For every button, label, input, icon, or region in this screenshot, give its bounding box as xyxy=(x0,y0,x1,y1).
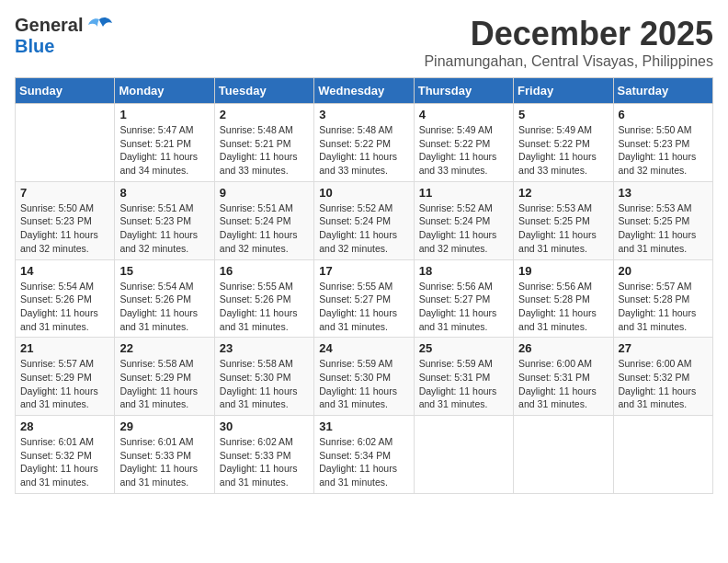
daylight-text: Daylight: 11 hours and 31 minutes. xyxy=(319,307,397,332)
day-number: 3 xyxy=(319,108,408,121)
sunrise-text: Sunrise: 5:56 AM xyxy=(518,281,592,292)
day-number: 15 xyxy=(119,264,209,278)
day-number: 20 xyxy=(619,264,708,278)
daylight-text: Daylight: 11 hours and 31 minutes. xyxy=(119,307,198,332)
sunset-text: Sunset: 5:30 PM xyxy=(319,372,391,383)
daylight-text: Daylight: 11 hours and 31 minutes. xyxy=(220,385,298,410)
sunrise-text: Sunrise: 5:50 AM xyxy=(619,124,692,135)
daylight-text: Daylight: 11 hours and 31 minutes. xyxy=(20,307,98,332)
table-row: 3 Sunrise: 5:48 AM Sunset: 5:22 PM Dayli… xyxy=(314,104,414,182)
day-number: 19 xyxy=(518,264,608,278)
table-row: 16 Sunrise: 5:55 AM Sunset: 5:26 PM Dayl… xyxy=(214,259,313,338)
sunrise-text: Sunrise: 5:52 AM xyxy=(419,202,493,213)
table-row: 5 Sunrise: 5:49 AM Sunset: 5:22 PM Dayli… xyxy=(514,104,613,182)
header-tuesday: Tuesday xyxy=(214,78,313,104)
day-number: 25 xyxy=(419,341,508,355)
day-number: 30 xyxy=(220,419,309,433)
sunset-text: Sunset: 5:30 PM xyxy=(220,372,291,383)
sunrise-text: Sunrise: 6:01 AM xyxy=(119,436,193,447)
sunset-text: Sunset: 5:27 PM xyxy=(419,293,491,304)
day-number: 1 xyxy=(119,108,209,121)
sunrise-text: Sunrise: 5:54 AM xyxy=(20,281,94,292)
daylight-text: Daylight: 11 hours and 32 minutes. xyxy=(220,229,298,254)
sunset-text: Sunset: 5:29 PM xyxy=(119,372,191,383)
sunrise-text: Sunrise: 5:50 AM xyxy=(20,202,94,213)
daylight-text: Daylight: 11 hours and 33 minutes. xyxy=(419,151,497,176)
day-number: 27 xyxy=(619,341,708,355)
daylight-text: Daylight: 11 hours and 32 minutes. xyxy=(119,229,198,254)
sunrise-text: Sunrise: 5:58 AM xyxy=(220,358,293,369)
sunrise-text: Sunrise: 5:55 AM xyxy=(319,281,392,292)
day-number: 4 xyxy=(419,108,508,121)
sunset-text: Sunset: 5:23 PM xyxy=(619,138,690,149)
day-number: 26 xyxy=(518,341,608,355)
day-number: 9 xyxy=(220,186,309,200)
table-row: 31 Sunrise: 6:02 AM Sunset: 5:34 PM Dayl… xyxy=(314,416,414,494)
daylight-text: Daylight: 11 hours and 31 minutes. xyxy=(518,229,597,254)
sunset-text: Sunset: 5:31 PM xyxy=(518,372,590,383)
sunset-text: Sunset: 5:25 PM xyxy=(619,215,690,226)
table-row xyxy=(414,416,513,494)
sunset-text: Sunset: 5:27 PM xyxy=(319,293,391,304)
daylight-text: Daylight: 11 hours and 31 minutes. xyxy=(20,463,98,488)
daylight-text: Daylight: 11 hours and 32 minutes. xyxy=(20,229,98,254)
sunrise-text: Sunrise: 5:57 AM xyxy=(619,281,692,292)
table-row: 10 Sunrise: 5:52 AM Sunset: 5:24 PM Dayl… xyxy=(314,181,414,259)
table-row: 12 Sunrise: 5:53 AM Sunset: 5:25 PM Dayl… xyxy=(514,181,613,259)
sunset-text: Sunset: 5:26 PM xyxy=(119,293,191,304)
table-row: 18 Sunrise: 5:56 AM Sunset: 5:27 PM Dayl… xyxy=(414,259,513,338)
table-row xyxy=(514,416,613,494)
daylight-text: Daylight: 11 hours and 33 minutes. xyxy=(220,151,298,176)
daylight-text: Daylight: 11 hours and 33 minutes. xyxy=(319,151,397,176)
month-title: December 2025 xyxy=(424,15,713,53)
table-row: 19 Sunrise: 5:56 AM Sunset: 5:28 PM Dayl… xyxy=(514,259,613,338)
sunrise-text: Sunrise: 6:00 AM xyxy=(619,358,692,369)
sunset-text: Sunset: 5:22 PM xyxy=(319,138,391,149)
day-number: 13 xyxy=(619,186,708,200)
sunrise-text: Sunrise: 6:01 AM xyxy=(20,436,94,447)
sunset-text: Sunset: 5:23 PM xyxy=(119,215,191,226)
sunset-text: Sunset: 5:22 PM xyxy=(419,138,491,149)
table-row: 6 Sunrise: 5:50 AM Sunset: 5:23 PM Dayli… xyxy=(613,104,712,182)
day-number: 12 xyxy=(518,186,608,200)
sunset-text: Sunset: 5:26 PM xyxy=(220,293,291,304)
day-number: 23 xyxy=(220,341,309,355)
sunset-text: Sunset: 5:34 PM xyxy=(319,450,391,461)
sunset-text: Sunset: 5:24 PM xyxy=(220,215,291,226)
daylight-text: Daylight: 11 hours and 31 minutes. xyxy=(119,385,198,410)
daylight-text: Daylight: 11 hours and 31 minutes. xyxy=(518,307,597,332)
table-row: 17 Sunrise: 5:55 AM Sunset: 5:27 PM Dayl… xyxy=(314,259,414,338)
sunset-text: Sunset: 5:32 PM xyxy=(20,450,92,461)
sunrise-text: Sunrise: 5:49 AM xyxy=(518,124,592,135)
logo: General Blue xyxy=(15,15,112,57)
table-row: 7 Sunrise: 5:50 AM Sunset: 5:23 PM Dayli… xyxy=(16,181,115,259)
header-monday: Monday xyxy=(115,78,214,104)
table-row: 25 Sunrise: 5:59 AM Sunset: 5:31 PM Dayl… xyxy=(414,338,513,416)
header-friday: Friday xyxy=(514,78,613,104)
sunrise-text: Sunrise: 6:02 AM xyxy=(319,436,392,447)
week-row-4: 21 Sunrise: 5:57 AM Sunset: 5:29 PM Dayl… xyxy=(16,338,713,416)
sunset-text: Sunset: 5:25 PM xyxy=(518,215,590,226)
sunset-text: Sunset: 5:26 PM xyxy=(20,293,92,304)
daylight-text: Daylight: 11 hours and 33 minutes. xyxy=(518,151,597,176)
table-row xyxy=(16,104,115,182)
table-row: 23 Sunrise: 5:58 AM Sunset: 5:30 PM Dayl… xyxy=(214,338,313,416)
sunset-text: Sunset: 5:23 PM xyxy=(20,215,92,226)
header-saturday: Saturday xyxy=(613,78,712,104)
table-row: 2 Sunrise: 5:48 AM Sunset: 5:21 PM Dayli… xyxy=(214,104,313,182)
day-number: 17 xyxy=(319,264,408,278)
logo-general: General xyxy=(15,15,83,36)
sunset-text: Sunset: 5:32 PM xyxy=(619,372,690,383)
sunset-text: Sunset: 5:33 PM xyxy=(220,450,291,461)
sunrise-text: Sunrise: 5:54 AM xyxy=(119,281,193,292)
table-row: 11 Sunrise: 5:52 AM Sunset: 5:24 PM Dayl… xyxy=(414,181,513,259)
daylight-text: Daylight: 11 hours and 31 minutes. xyxy=(619,307,697,332)
day-number: 21 xyxy=(20,341,109,355)
table-row: 21 Sunrise: 5:57 AM Sunset: 5:29 PM Dayl… xyxy=(16,338,115,416)
day-number: 5 xyxy=(518,108,608,121)
day-number: 10 xyxy=(319,186,408,200)
sunset-text: Sunset: 5:28 PM xyxy=(619,293,690,304)
sunrise-text: Sunrise: 5:58 AM xyxy=(119,358,193,369)
sunrise-text: Sunrise: 5:53 AM xyxy=(518,202,592,213)
sunrise-text: Sunrise: 5:56 AM xyxy=(419,281,493,292)
